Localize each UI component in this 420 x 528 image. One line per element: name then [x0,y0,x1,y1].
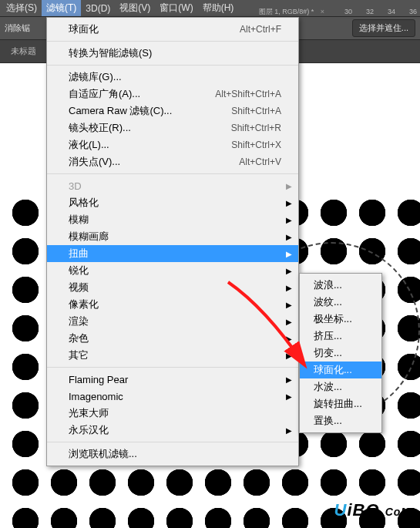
watermark: UiBQ.CoM [334,500,412,520]
menu-item-liquify[interactable]: 液化(L)...Shift+Ctrl+X [47,136,298,153]
menu-item-adaptive-wide-angle[interactable]: 自适应广角(A)...Alt+Shift+Ctrl+A [47,86,298,103]
menu-item-stylize[interactable]: 风格化▶ [47,194,298,211]
tool-label: 消除锯 [5,22,30,34]
menu-item-last-filter[interactable]: 球面化 Alt+Ctrl+F [47,21,298,38]
menu-item-noise[interactable]: 杂色▶ [47,330,298,347]
chevron-right-icon: ▶ [286,335,292,343]
chevron-right-icon: ▶ [286,199,292,207]
menu-item-blur-gallery[interactable]: 模糊画廊▶ [47,228,298,245]
chevron-right-icon: ▶ [286,216,292,224]
menu-item-other[interactable]: 其它▶ [47,347,298,364]
chevron-right-icon: ▶ [286,392,292,401]
close-icon[interactable]: × [321,8,324,15]
menu-filter[interactable]: 滤镜(T) [42,0,81,16]
menu-item-vanishing-point[interactable]: 消失点(V)...Alt+Ctrl+V [47,153,298,170]
menu-item-smart-filter[interactable]: 转换为智能滤镜(S) [47,45,298,62]
distort-submenu: 波浪... 波纹... 极坐标... 挤压... 切变... 球面化... 水波… [299,273,382,433]
menu-item-video[interactable]: 视频▶ [47,279,298,296]
filter-menu-dropdown: 球面化 Alt+Ctrl+F 转换为智能滤镜(S) 滤镜库(G)... 自适应广… [46,17,299,466]
sub-item-zigzag[interactable]: 水波... [300,378,381,395]
menu-item-filter-gallery[interactable]: 滤镜库(G)... [47,69,298,86]
menu-window[interactable]: 窗口(W) [155,0,197,16]
tab-title: 未标题 [11,46,36,55]
menu-view[interactable]: 视图(V) [115,0,155,16]
chevron-right-icon: ▶ [286,233,292,241]
menu-item-distort[interactable]: 扭曲▶ [47,245,298,262]
menu-item-lens-correction[interactable]: 镜头校正(R)...Shift+Ctrl+R [47,119,298,136]
sub-item-polar[interactable]: 极坐标... [300,311,381,328]
menu-item-yongle[interactable]: 永乐汉化▶ [47,422,298,439]
sub-item-shear[interactable]: 切变... [300,345,381,362]
chevron-right-icon: ▶ [286,182,292,190]
menu-item-browse-online[interactable]: 浏览联机滤镜... [47,446,298,462]
document-tab[interactable]: 未标题 [5,42,42,60]
chevron-right-icon: ▶ [286,351,292,360]
menu-item-sharpen[interactable]: 锐化▶ [47,262,298,279]
chevron-right-icon: ▶ [286,250,292,258]
chevron-right-icon: ▶ [286,318,292,326]
chevron-right-icon: ▶ [286,426,292,435]
menu-item-camera-raw[interactable]: Camera Raw 滤镜(C)...Shift+Ctrl+A [47,103,298,119]
chevron-right-icon: ▶ [286,375,292,384]
chevron-right-icon: ▶ [286,284,292,292]
menu-3d[interactable]: 3D(D) [81,2,115,15]
menu-item-render[interactable]: 渲染▶ [47,313,298,330]
menu-select[interactable]: 选择(S) [2,0,42,16]
menu-help[interactable]: 帮助(H) [198,0,239,16]
menu-item-3d: 3D▶ [47,177,298,194]
chevron-right-icon: ▶ [286,267,292,275]
sub-item-pinch[interactable]: 挤压... [300,328,381,345]
chevron-right-icon: ▶ [286,301,292,309]
sub-item-spherize[interactable]: 球面化... [300,362,381,378]
sub-item-displace[interactable]: 置换... [300,412,381,429]
menu-item-light-master[interactable]: 光束大师 [47,405,298,422]
menu-item-flaming-pear[interactable]: Flaming Pear▶ [47,371,298,388]
sub-item-ripple[interactable]: 波纹... [300,294,381,311]
sub-item-twirl[interactable]: 旋转扭曲... [300,395,381,412]
menu-item-imagenomic[interactable]: Imagenomic▶ [47,388,298,405]
sub-item-wave[interactable]: 波浪... [300,277,381,294]
menu-item-blur[interactable]: 模糊▶ [47,211,298,228]
menu-item-pixelate[interactable]: 像素化▶ [47,296,298,313]
